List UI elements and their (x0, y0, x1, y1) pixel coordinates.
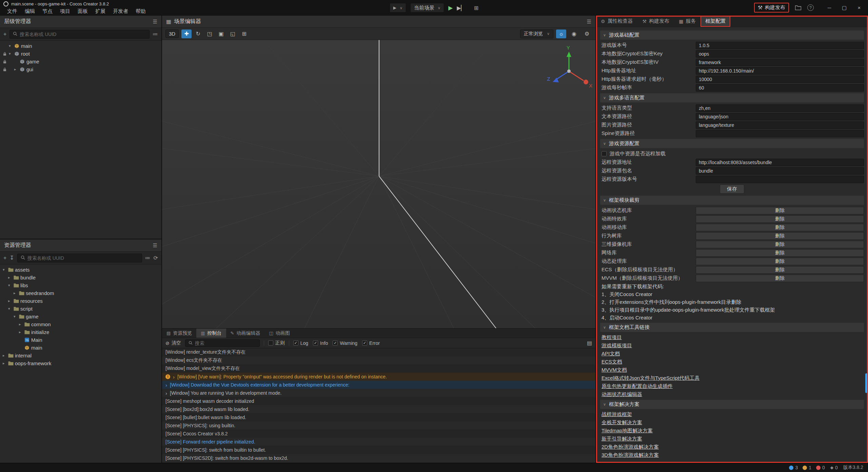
menu-item-7[interactable]: 帮助 (132, 8, 150, 15)
expander-icon[interactable]: ▸ (8, 275, 14, 280)
menu-item-1[interactable]: 编辑 (21, 8, 39, 15)
inspector-tab-0[interactable]: ⚙属性检查器 (596, 16, 638, 27)
assets-sort-icon[interactable]: ≔ (145, 255, 151, 261)
checkbox[interactable] (293, 340, 298, 346)
asset-node-libs[interactable]: ▾libs (0, 281, 161, 289)
delete-module-button[interactable]: 删除 (696, 241, 864, 248)
asset-node-seedrandom[interactable]: ▸seedrandom (0, 289, 161, 297)
notification-count[interactable]: ◆ 0 (830, 465, 838, 470)
hierarchy-node-game[interactable]: game (0, 58, 161, 65)
panel-menu-icon[interactable]: ☰ (587, 19, 591, 25)
asset-node-assets[interactable]: ▾assets (0, 266, 161, 274)
delete-module-button[interactable]: 删除 (696, 232, 864, 240)
asset-node-Main[interactable]: TSMain (0, 336, 161, 344)
log-row[interactable]: [Window] model_view文件夹不存在 (162, 365, 595, 373)
asset-node-game[interactable]: ▾game (0, 313, 161, 320)
delete-module-button[interactable]: 删除 (696, 258, 864, 265)
delete-module-button[interactable]: 删除 (696, 224, 864, 231)
save-button[interactable]: 保存 (720, 184, 744, 194)
expander-icon[interactable]: ▾ (8, 283, 14, 288)
console-tab-2[interactable]: ✎动画编辑器 (226, 329, 265, 338)
pivot-tool-icon[interactable]: ◱ (228, 29, 238, 38)
axis-gizmo[interactable]: Y X Z (547, 45, 592, 88)
log-row[interactable]: ›[Window] Download the Vue Devtools exte… (162, 381, 595, 389)
asset-node-resources[interactable]: ▸resources (0, 297, 161, 305)
add-node-button[interactable]: + (3, 31, 6, 37)
menu-item-2[interactable]: 节点 (39, 8, 56, 15)
asset-node-script[interactable]: ▾script (0, 305, 161, 313)
close-button[interactable]: × (852, 0, 867, 16)
play-button[interactable]: ▶ (448, 4, 453, 12)
regex-checkbox[interactable] (268, 340, 273, 346)
lighting-toggle-icon[interactable]: ☼ (556, 29, 566, 38)
log-row[interactable]: [Scene] [PHYSICS2D]: switch from box2d-w… (162, 454, 595, 462)
rect-tool-icon[interactable]: ▣ (216, 29, 226, 38)
clear-console-button[interactable]: ⊘ 清空 (165, 340, 181, 346)
console-search-input[interactable] (195, 340, 256, 346)
menu-item-4[interactable]: 面板 (74, 8, 92, 15)
console-tab-3[interactable]: ◫动画图 (265, 329, 294, 338)
expander-icon[interactable]: ▸ (3, 353, 8, 358)
inspector-tab-2[interactable]: ▦服务 (674, 16, 701, 27)
log-row[interactable]: [Scene] [bullet]:bullet wasm lib loaded. (162, 413, 595, 421)
doc-link[interactable]: 游戏模板项目 (600, 341, 632, 350)
scene-viewport[interactable]: Y X Z (162, 40, 595, 328)
hierarchy-node-root[interactable]: ▾root (0, 50, 161, 58)
console-settings-icon[interactable]: ▤ (587, 340, 592, 346)
expand-arrow-icon[interactable]: › (173, 374, 175, 380)
hierarchy-filter-icon[interactable]: ≔ (153, 31, 158, 37)
field-input[interactable] (696, 76, 864, 83)
step-button[interactable]: ▶▏ (457, 5, 465, 11)
expander-icon[interactable]: ▸ (14, 67, 20, 72)
section-header-4[interactable]: ∨框架文档工具链接 (600, 323, 864, 332)
field-input[interactable] (696, 167, 864, 175)
filter-info[interactable]: Info (313, 340, 328, 346)
log-row[interactable]: [Scene] [box2d]:box2d wasm lib loaded. (162, 405, 595, 413)
regex-toggle[interactable]: 正则 (268, 340, 285, 346)
menu-item-5[interactable]: 扩展 (92, 8, 109, 15)
scrollbar-thumb[interactable] (865, 373, 867, 393)
section-collapse-icon[interactable]: ∨ (603, 141, 606, 146)
section-collapse-icon[interactable]: ∨ (603, 33, 606, 37)
doc-link[interactable]: 新手引导解决方案 (600, 435, 642, 443)
field-input[interactable] (696, 50, 864, 58)
help-icon[interactable]: ? (807, 4, 814, 11)
doc-link[interactable]: 教程项目 (600, 333, 622, 341)
expander-icon[interactable]: ▸ (3, 361, 8, 366)
menu-item-6[interactable]: 开发者 (109, 8, 132, 15)
log-row[interactable]: [Scene] [PHYSICS]: using builtin. (162, 421, 595, 430)
assets-search-input[interactable] (27, 255, 139, 261)
expander-icon[interactable]: ▸ (8, 299, 14, 303)
asset-node-oops-framework[interactable]: ▸oops-framework (0, 359, 161, 367)
remote-load-checkbox[interactable] (601, 151, 607, 156)
delete-module-button[interactable]: 删除 (696, 266, 864, 274)
assets-refresh-icon[interactable]: ⟳ (154, 255, 158, 261)
import-asset-icon[interactable]: ↧ (9, 255, 14, 261)
expander-icon[interactable]: ▸ (14, 291, 19, 295)
doc-link[interactable]: ECS文档 (600, 358, 622, 366)
menu-item-0[interactable]: 文件 (3, 8, 21, 15)
scene-select[interactable]: 当前场景 ∨ (410, 3, 444, 13)
expander-icon[interactable]: ▸ (19, 322, 24, 327)
field-input[interactable] (696, 67, 864, 75)
filter-warning[interactable]: Warning (333, 340, 357, 346)
field-input[interactable] (696, 59, 864, 66)
field-input[interactable] (696, 104, 864, 112)
scale-tool-icon[interactable]: ◳ (204, 29, 215, 38)
expand-arrow-icon[interactable]: › (165, 390, 167, 396)
maximize-button[interactable]: ▢ (837, 0, 852, 16)
expander-icon[interactable]: ▾ (8, 307, 14, 311)
checkbox[interactable] (362, 340, 367, 346)
field-input[interactable] (696, 159, 864, 166)
mode-3d-toggle[interactable]: 3D (165, 29, 179, 38)
camera-settings-icon[interactable]: ◉ (569, 29, 579, 38)
log-row[interactable]: ›[Window] You are running Vue in develop… (162, 389, 595, 397)
filter-error[interactable]: Error (362, 340, 380, 346)
log-row[interactable]: [Scene] [PHYSICS]: switch from builtin t… (162, 446, 595, 454)
snap-tool-icon[interactable]: ⊞ (239, 29, 249, 38)
asset-node-internal[interactable]: ▸internal (0, 352, 161, 359)
section-header-0[interactable]: ∨游戏基础配置 (600, 31, 864, 40)
field-input[interactable] (696, 42, 864, 49)
console-tab-1[interactable]: ▥控制台 (196, 329, 226, 338)
section-header-3[interactable]: ∨框架模块裁剪 (600, 196, 864, 205)
